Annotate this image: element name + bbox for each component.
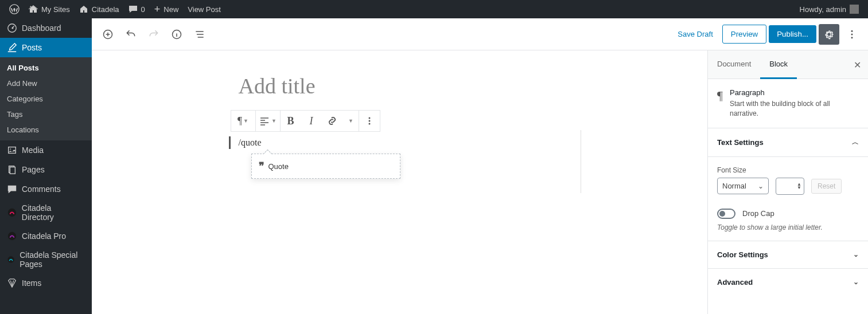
admin-bar-left: My Sites Citadela 0 + New View Post [5,3,225,15]
account-link[interactable]: Howdy, admin [795,5,863,14]
my-sites-label: My Sites [41,5,70,14]
new-label: New [164,5,178,14]
view-post-link[interactable]: View Post [183,5,225,14]
new-link[interactable]: + New [150,3,184,15]
site-name-label: Citadela [92,5,119,14]
greeting-label: Howdy, admin [800,5,846,14]
admin-bar: My Sites Citadela 0 + New View Post Howd… [0,0,868,18]
avatar [850,5,859,14]
my-sites-link[interactable]: My Sites [24,5,75,14]
admin-bar-right: Howdy, admin [795,5,863,14]
view-post-label: View Post [188,5,221,14]
comments-count: 0 [141,5,145,14]
wp-logo[interactable] [5,4,24,14]
plus-icon: + [154,3,161,15]
site-link[interactable]: Citadela [75,5,124,14]
comments-link[interactable]: 0 [124,5,150,14]
